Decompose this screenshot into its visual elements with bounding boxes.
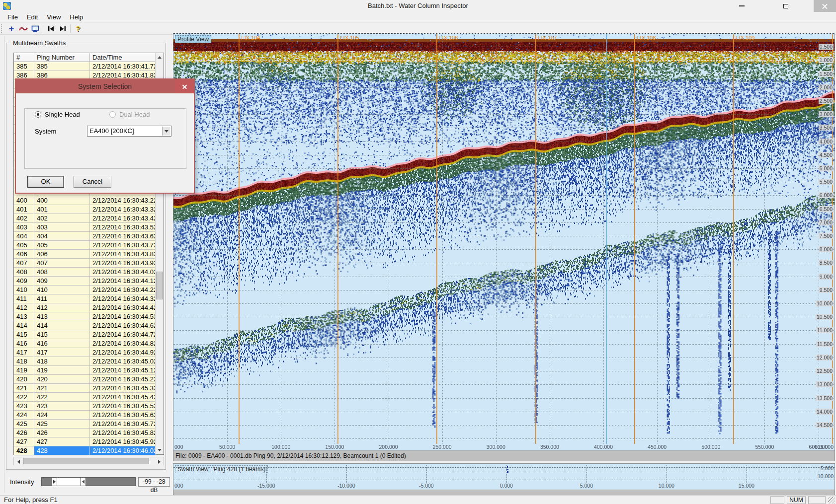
display-view-button[interactable] <box>29 23 41 34</box>
help-button[interactable]: ? <box>72 23 84 34</box>
swath-gridline <box>667 465 667 483</box>
table-row[interactable]: 4184182/12/2014 16:30:45.029 <box>14 357 156 366</box>
vertical-scroll-thumb[interactable] <box>156 272 163 299</box>
column-header[interactable]: Date/Time <box>90 53 156 62</box>
table-cell: 2/12/2014 16:30:45.229 <box>90 375 156 384</box>
maximize-button[interactable] <box>774 0 797 12</box>
help-icon: ? <box>76 24 80 33</box>
swath-beam-marker <box>505 466 509 474</box>
slider-selected-range[interactable] <box>57 478 81 486</box>
table-row[interactable]: 4234232/12/2014 16:30:45.529 <box>14 402 156 411</box>
ok-button[interactable]: OK <box>27 176 64 188</box>
table-cell: 421 <box>14 384 34 393</box>
go-first-ping-button[interactable] <box>45 23 57 34</box>
column-header[interactable]: # <box>14 53 34 62</box>
system-selection-dialog: System Selection Single Head Dual Head S… <box>15 78 195 194</box>
cancel-button[interactable]: Cancel <box>74 176 111 188</box>
dialog-title-bar[interactable]: System Selection <box>16 79 194 93</box>
table-cell: 2/12/2014 16:30:44.029 <box>90 268 156 277</box>
menu-view[interactable]: View <box>42 12 65 22</box>
table-cell: 2/12/2014 16:30:45.429 <box>90 393 156 402</box>
table-row[interactable]: 4034032/12/2014 16:30:43.529 <box>14 223 156 232</box>
swath-x-tick-label: 15.000 <box>739 483 754 489</box>
single-head-label: Single Head <box>45 111 80 118</box>
slider-track-right[interactable] <box>86 478 135 486</box>
table-row[interactable]: 4054052/12/2014 16:30:43.729 <box>14 241 156 250</box>
table-row[interactable]: 4174172/12/2014 16:30:44.929 <box>14 348 156 357</box>
table-row[interactable]: 4204202/12/2014 16:30:45.229 <box>14 375 156 384</box>
table-row[interactable]: 4004002/12/2014 16:30:43.229 <box>14 196 156 205</box>
column-header[interactable]: Ping Number <box>34 53 90 62</box>
table-row[interactable]: 4254252/12/2014 16:30:45.729 <box>14 420 156 429</box>
table-row[interactable]: 4134132/12/2014 16:30:44.539 <box>14 312 156 321</box>
intensity-range-slider[interactable] <box>41 477 136 486</box>
table-cell: 410 <box>14 286 34 294</box>
ping-table-horizontal-scrollbar[interactable] <box>13 457 164 465</box>
table-cell: 385 <box>14 62 34 71</box>
combobox-dropdown-button[interactable] <box>162 127 170 136</box>
menu-file[interactable]: File <box>3 12 22 22</box>
table-row[interactable]: 4074072/12/2014 16:30:43.929 <box>14 259 156 268</box>
close-button[interactable] <box>814 0 836 12</box>
scroll-up-button[interactable] <box>156 53 164 62</box>
table-row[interactable]: 4014012/12/2014 16:30:43.329 <box>14 205 156 214</box>
multibeam-swaths-title: Multibeam Swaths <box>11 39 68 47</box>
resize-grip[interactable] <box>828 497 835 504</box>
table-row[interactable]: 4094092/12/2014 16:30:44.129 <box>14 277 156 286</box>
table-cell: 402 <box>14 214 34 223</box>
table-row[interactable]: 4284282/12/2014 16:30:46.029 <box>14 446 156 455</box>
dialog-close-button[interactable] <box>175 79 194 93</box>
radio-selected-icon[interactable] <box>35 111 41 118</box>
table-row[interactable]: 4024022/12/2014 16:30:43.429 <box>14 214 156 223</box>
go-last-ping-button[interactable] <box>57 23 69 34</box>
table-row[interactable]: 4264262/12/2014 16:30:45.829 <box>14 429 156 437</box>
table-cell: 424 <box>34 411 90 420</box>
swath-tool-button[interactable] <box>17 23 29 34</box>
table-row[interactable]: 4154152/12/2014 16:30:44.729 <box>14 330 156 339</box>
menu-edit[interactable]: Edit <box>22 12 42 22</box>
swath-x-tick-label: 5.000 <box>580 483 593 489</box>
table-row[interactable]: 4114112/12/2014 16:30:44.329 <box>14 294 156 303</box>
table-row[interactable]: 3853852/12/2014 16:30:41.729 <box>14 62 156 71</box>
table-row[interactable]: 4244242/12/2014 16:30:45.630 <box>14 411 156 420</box>
add-swath-button[interactable]: + <box>5 23 17 34</box>
ping-table-header[interactable]: #Ping NumberDate/Time <box>14 53 156 62</box>
x-axis-tick-label: 200.000 <box>379 444 398 450</box>
table-row[interactable]: 4164162/12/2014 16:30:44.829 <box>14 339 156 348</box>
slider-track-left[interactable] <box>42 478 52 486</box>
table-cell: 427 <box>14 437 34 446</box>
scroll-left-button[interactable] <box>14 457 22 466</box>
plus-icon: + <box>9 24 14 33</box>
slider-min-handle[interactable] <box>52 478 57 486</box>
arrow-left-icon <box>17 460 20 464</box>
table-cell: 2/12/2014 16:30:43.929 <box>90 259 156 268</box>
table-cell: 417 <box>34 348 90 357</box>
table-row[interactable]: 4194192/12/2014 16:30:45.129 <box>14 366 156 375</box>
table-cell: 422 <box>14 393 34 402</box>
profile-view-panel: Profile View FIX 104FIX 105FIX 106FIX 10… <box>173 33 835 461</box>
toolbar-grip[interactable] <box>1 24 3 33</box>
minimize-button[interactable] <box>731 0 753 12</box>
single-head-radio[interactable]: Single Head <box>35 111 80 118</box>
table-row[interactable]: 4044042/12/2014 16:30:43.629 <box>14 232 156 241</box>
panel-divider <box>4 36 4 493</box>
table-row[interactable]: 4214212/12/2014 16:30:45.329 <box>14 384 156 393</box>
system-combobox[interactable]: EA400 [200KC] <box>87 126 171 137</box>
scroll-right-button[interactable] <box>155 457 163 466</box>
scroll-down-button[interactable] <box>156 446 164 454</box>
menu-help[interactable]: Help <box>65 12 87 22</box>
swath-view-panel[interactable]: Swath View Ping 428 (1 beams) 5.00010.00… <box>173 463 835 496</box>
table-row[interactable]: 4124122/12/2014 16:30:44.429 <box>14 303 156 312</box>
table-cell: 400 <box>34 196 90 205</box>
table-row[interactable]: 4084082/12/2014 16:30:44.029 <box>14 268 156 277</box>
table-row[interactable]: 4104102/12/2014 16:30:44.229 <box>14 286 156 294</box>
system-label: System <box>35 128 56 135</box>
arrow-down-icon <box>158 449 162 451</box>
profile-echogram-canvas[interactable] <box>173 33 835 444</box>
table-row[interactable]: 4144142/12/2014 16:30:44.629 <box>14 321 156 330</box>
table-row[interactable]: 4274272/12/2014 16:30:45.929 <box>14 437 156 446</box>
table-row[interactable]: 4064062/12/2014 16:30:43.829 <box>14 250 156 259</box>
slider-max-handle[interactable] <box>81 478 86 486</box>
table-row[interactable]: 4224222/12/2014 16:30:45.429 <box>14 393 156 402</box>
horizontal-scroll-thumb[interactable] <box>23 458 149 464</box>
